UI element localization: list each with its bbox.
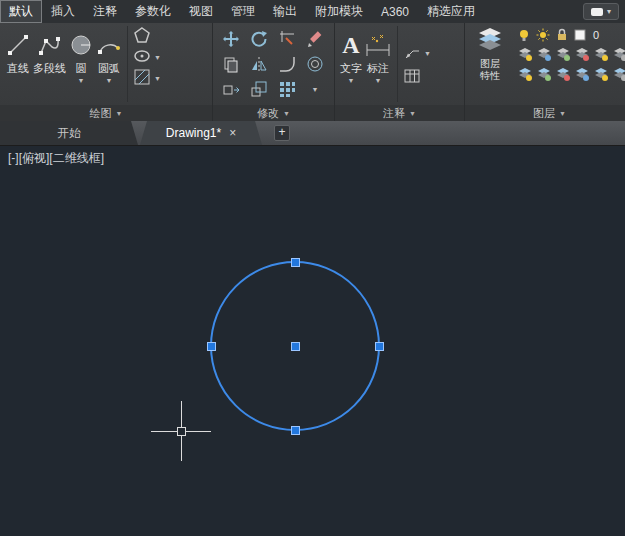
viewport-controls[interactable]: [-][俯视][二维线框]	[8, 150, 104, 167]
draw-panel: 直线 多段线 圆 ▼	[0, 23, 213, 121]
draw-panel-footer[interactable]: 绘图 ▼	[0, 105, 212, 121]
new-drawing-button[interactable]: +	[274, 125, 290, 141]
layer-tool-icon[interactable]	[593, 66, 609, 82]
scale-tool-button[interactable]	[245, 76, 273, 101]
grip-handle[interactable]	[375, 342, 383, 350]
drawing-canvas-svg[interactable]	[0, 146, 625, 536]
line-tool-button[interactable]: 直线	[4, 26, 32, 102]
layer-stack-icon	[477, 26, 503, 56]
annotation-panel-footer[interactable]: 注释 ▼	[335, 105, 464, 121]
circle-tool-button[interactable]: 圆 ▼	[67, 26, 95, 102]
offset-tool-button[interactable]	[301, 51, 329, 76]
layer-properties-button[interactable]: 图层特性	[469, 26, 511, 102]
layer-tool-icon[interactable]	[555, 66, 571, 82]
file-tab-start-label: 开始	[57, 125, 81, 142]
ellipse-tool-button[interactable]	[133, 47, 151, 65]
dimension-tool-label: 标注	[367, 62, 389, 75]
rotate-tool-button[interactable]	[245, 26, 273, 51]
layer-tool-icon[interactable]	[612, 46, 625, 62]
lock-icon[interactable]	[555, 28, 569, 42]
hatch-tool-button[interactable]	[133, 68, 151, 86]
trim-tool-button[interactable]	[273, 26, 301, 51]
grip-handle[interactable]	[291, 342, 299, 350]
erase-tool-button[interactable]	[301, 26, 329, 51]
lightbulb-icon[interactable]	[517, 28, 531, 42]
ribbon-tab-insert[interactable]: 插入	[42, 0, 84, 23]
caret-down-icon: ▼	[375, 77, 382, 84]
arc-icon	[96, 28, 122, 62]
modify-panel-label: 修改	[257, 106, 279, 121]
layers-panel-footer[interactable]: 图层 ▼	[465, 105, 625, 121]
mirror-tool-button[interactable]	[245, 51, 273, 76]
modify-panel: ▼ 修改 ▼	[213, 23, 335, 121]
line-icon	[5, 28, 31, 62]
ribbon-tab-a360[interactable]: A360	[372, 0, 418, 23]
layer-properties-label: 图层特性	[478, 58, 502, 81]
sun-icon[interactable]	[536, 28, 550, 42]
circle-icon	[68, 28, 94, 62]
layer-tool-icon[interactable]	[612, 66, 625, 82]
caret-down-icon: ▼	[283, 110, 290, 117]
workspace-icon	[591, 8, 603, 16]
layer-tool-icon[interactable]	[517, 66, 533, 82]
layer-tools-row-1	[517, 46, 625, 62]
autocad-window: 默认 插入 注释 参数化 视图 管理 输出 附加模块 A360 精选应用 ▾ 直…	[0, 0, 625, 536]
move-tool-button[interactable]	[217, 26, 245, 51]
text-icon: A	[342, 28, 359, 62]
ribbon-tab-addins[interactable]: 附加模块	[306, 0, 372, 23]
layer-tool-icon[interactable]	[536, 46, 552, 62]
ribbon-tab-manage[interactable]: 管理	[222, 0, 264, 23]
annotation-panel-body: A 文字 ▼ 标注 ▼ ▼	[335, 23, 464, 105]
line-tool-label: 直线	[7, 62, 29, 75]
layer-color-swatch[interactable]	[574, 29, 586, 41]
pickbox	[177, 427, 185, 435]
polyline-tool-button[interactable]: 多段线	[32, 26, 67, 102]
layer-tool-icon[interactable]	[555, 46, 571, 62]
layer-tool-icon[interactable]	[593, 46, 609, 62]
current-layer-name[interactable]: 0	[591, 29, 599, 41]
text-tool-button[interactable]: A 文字 ▼	[339, 26, 363, 102]
dimension-tool-button[interactable]: 标注 ▼	[363, 26, 393, 102]
circle-tool-label: 圆	[76, 62, 87, 75]
caret-down-icon[interactable]: ▼	[301, 76, 329, 101]
layer-tool-icon[interactable]	[574, 46, 590, 62]
arc-tool-button[interactable]: 圆弧 ▼	[95, 26, 123, 102]
draw-panel-label: 绘图	[90, 106, 112, 121]
polygon-tool-button[interactable]	[133, 26, 151, 44]
ribbon-tab-featured-apps[interactable]: 精选应用	[418, 0, 484, 23]
layer-tools-row-2	[517, 66, 625, 82]
close-icon[interactable]: ×	[229, 127, 236, 139]
draw-extra-tools: ▼ ▼	[127, 26, 161, 102]
ribbon-tab-parametric[interactable]: 参数化	[126, 0, 180, 23]
grip-handle[interactable]	[207, 342, 215, 350]
text-tool-label: 文字	[340, 62, 362, 75]
file-tab-drawing1[interactable]: Drawing1* ×	[140, 121, 262, 145]
layer-tool-icon[interactable]	[517, 46, 533, 62]
annotation-extra-tools: ▼	[397, 26, 431, 102]
ribbon-tab-output[interactable]: 输出	[264, 0, 306, 23]
caret-down-icon: ▼	[154, 75, 161, 82]
fillet-tool-button[interactable]	[273, 51, 301, 76]
grip-handle[interactable]	[291, 258, 299, 266]
ribbon-tab-home[interactable]: 默认	[0, 0, 42, 23]
polyline-tool-label: 多段线	[33, 62, 66, 75]
copy-tool-button[interactable]	[217, 51, 245, 76]
caret-down-icon: ▼	[559, 110, 566, 117]
modify-panel-footer[interactable]: 修改 ▼	[213, 105, 334, 121]
dimension-icon	[364, 28, 392, 62]
table-tool-button[interactable]	[403, 67, 421, 85]
annotation-panel-label: 注释	[383, 106, 405, 121]
drawing-canvas[interactable]: [-][俯视][二维线框]	[0, 145, 625, 536]
grip-handle[interactable]	[291, 426, 299, 434]
leader-tool-button[interactable]	[403, 43, 421, 61]
workspace-switcher-button[interactable]: ▾	[583, 3, 619, 20]
stretch-tool-button[interactable]	[217, 76, 245, 101]
ribbon-tab-view[interactable]: 视图	[180, 0, 222, 23]
ribbon-tab-annotate[interactable]: 注释	[84, 0, 126, 23]
file-tab-start[interactable]: 开始	[0, 121, 138, 145]
modify-panel-body: ▼	[213, 23, 334, 105]
layers-panel-label: 图层	[533, 106, 555, 121]
layer-tool-icon[interactable]	[574, 66, 590, 82]
array-tool-button[interactable]	[273, 76, 301, 101]
layer-tool-icon[interactable]	[536, 66, 552, 82]
